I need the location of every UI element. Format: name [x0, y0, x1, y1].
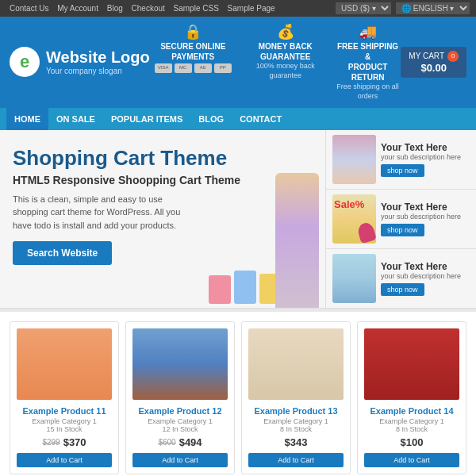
product-card-4: Example Product 14 Example Category 1 8 …: [357, 321, 466, 474]
feature1-title: SECURE ONLINE PAYMENTS: [150, 41, 236, 62]
language-select[interactable]: 🌐 ENGLISH ▾: [396, 2, 470, 14]
amex-icon: AE: [194, 63, 212, 73]
product-4-name: Example Product 14: [364, 406, 459, 416]
currency-select[interactable]: USD ($) ▾: [336, 2, 391, 14]
product-4-category: Example Category 1: [364, 417, 459, 425]
hero-subtitle: HTML5 Responsive Shoopping Cart Theme: [13, 174, 313, 186]
product-3-new-price: $343: [285, 436, 308, 448]
logo-slogan: Your company slogan: [46, 67, 150, 75]
banner-2-content: Your Text Here your sub description here…: [381, 202, 470, 236]
topbar-link-checkout[interactable]: Checkout: [132, 4, 165, 13]
product-4-new-price: $100: [401, 436, 424, 448]
feature3-title: FREE SHIPPING &: [335, 41, 401, 62]
money-back-icon: 💰: [249, 23, 322, 41]
product-2-image: [132, 328, 228, 400]
nav-onsale[interactable]: ON SALE: [48, 108, 103, 130]
product-1-new-price: $370: [63, 436, 86, 448]
feature2-detail: 100% money back guarantee: [249, 62, 322, 80]
product-4-stock: 8 In Stock: [364, 425, 459, 433]
product-4-image: [364, 328, 459, 400]
topbar-link-contact[interactable]: Contact Us: [10, 4, 48, 13]
feature2-sub: GUARANTEE: [249, 52, 322, 62]
banner-1-title: Your Text Here: [381, 142, 470, 153]
hero-description: This is a clean, simple and easy to use …: [13, 193, 187, 232]
nav-popular[interactable]: POPULAR ITEMS: [103, 108, 190, 130]
banner-2-shop-button[interactable]: shop now: [381, 224, 424, 236]
product-2-category: Example Category 1: [132, 417, 228, 425]
logo-area: e Website Logo Your company slogan: [10, 47, 150, 77]
top-bar: Contact Us My Account Blog Checkout Samp…: [0, 0, 476, 17]
feature-free-shipping: 🚚 FREE SHIPPING & PRODUCT RETURN Free sh…: [335, 23, 401, 102]
product-2-new-price: $494: [179, 436, 202, 448]
product-2-name: Example Product 12: [132, 406, 228, 416]
product-card-3: Example Product 13 Example Category 1 8 …: [241, 321, 351, 474]
product-1-name: Example Product 11: [17, 406, 112, 416]
banner-3-shop-button[interactable]: shop now: [381, 283, 424, 296]
product-2-stock: 12 In Stock: [132, 425, 228, 433]
product-1-old-price: $299: [42, 438, 60, 447]
product-1-category: Example Category 1: [17, 417, 112, 425]
banner-2-title: Your Text Here: [381, 202, 470, 213]
lock-icon: 🔒: [150, 23, 236, 41]
topbar-link-account[interactable]: My Account: [57, 4, 98, 13]
banner-2-subtitle: your sub description here: [381, 213, 470, 221]
hero-title: Shopping Cart Theme: [13, 146, 313, 171]
hero-section: Shopping Cart Theme HTML5 Responsive Sho…: [0, 130, 476, 309]
product-1-price-row: $299 $370: [17, 436, 112, 448]
bag-pink: [209, 275, 231, 304]
feature-secure-payment: 🔒 SECURE ONLINE PAYMENTS VISA MC AE PP: [150, 23, 236, 102]
banner-1-shop-button[interactable]: shop now: [381, 164, 424, 177]
banner-3-content: Your Text Here your sub description here…: [381, 261, 470, 296]
product-4-price-row: $100: [364, 436, 459, 448]
banner-3-image: [332, 254, 376, 303]
product-1-add-to-cart[interactable]: Add to Cart: [17, 453, 112, 467]
banner-1: Your Text Here your sub description here…: [326, 130, 476, 190]
shopping-bags-decoration: [209, 271, 282, 304]
hero-left: Shopping Cart Theme HTML5 Responsive Sho…: [0, 130, 325, 308]
product-1-stock: 15 In Stock: [17, 425, 112, 433]
products-grid: Example Product 11 Example Category 1 15…: [10, 321, 466, 474]
main-nav: HOME ON SALE POPULAR ITEMS BLOG CONTACT: [0, 108, 476, 130]
cart-label: MY CART: [409, 52, 444, 60]
products-section: Example Product 11 Example Category 1 15…: [0, 312, 476, 476]
banner-1-content: Your Text Here your sub description here…: [381, 142, 470, 177]
product-3-add-to-cart[interactable]: Add to Cart: [248, 453, 344, 467]
cart-amount: $0.00: [409, 62, 459, 74]
truck-icon: 🚚: [335, 23, 401, 41]
feature3-detail: Free shipping on all orders: [335, 83, 401, 101]
product-2-price-row: $600 $494: [132, 436, 228, 448]
search-website-button[interactable]: Search Website: [13, 241, 112, 265]
product-3-price-row: $343: [248, 436, 344, 448]
payment-icons: VISA MC AE PP: [150, 63, 236, 73]
cart-area[interactable]: MY CART 0 $0.00: [401, 47, 466, 78]
product-2-add-to-cart[interactable]: Add to Cart: [132, 453, 228, 467]
banner-2-image: Sale%: [332, 194, 376, 244]
topbar-link-samplecss[interactable]: Sample CSS: [174, 4, 219, 13]
product-4-add-to-cart[interactable]: Add to Cart: [364, 453, 459, 467]
topbar-link-blog[interactable]: Blog: [107, 4, 123, 13]
logo-text: Website Logo Your company slogan: [46, 48, 150, 75]
topbar-link-samplepage[interactable]: Sample Page: [228, 4, 275, 13]
nav-blog[interactable]: BLOG: [190, 108, 232, 130]
banner-1-subtitle: your sub description here: [381, 153, 470, 161]
product-card-2: Example Product 12 Example Category 1 12…: [125, 321, 235, 474]
header-features: 🔒 SECURE ONLINE PAYMENTS VISA MC AE PP 💰…: [150, 23, 401, 102]
visa-icon: VISA: [155, 63, 172, 73]
sale-tag-decoration: [356, 221, 376, 244]
product-card-1: Example Product 11 Example Category 1 15…: [10, 321, 119, 474]
top-bar-right: USD ($) ▾ 🌐 ENGLISH ▾: [336, 2, 470, 14]
feature2-title: MONEY BACK: [249, 41, 322, 52]
feature-money-back: 💰 MONEY BACK GUARANTEE 100% money back g…: [249, 23, 322, 102]
product-1-image: [17, 328, 112, 400]
banner-1-image: [332, 135, 376, 184]
site-header: e Website Logo Your company slogan 🔒 SEC…: [0, 17, 476, 108]
banner-3-subtitle: your sub description here: [381, 272, 470, 280]
hero-model: [275, 173, 319, 308]
logo-icon: e: [10, 47, 40, 77]
nav-home[interactable]: HOME: [6, 108, 48, 130]
mc-icon: MC: [175, 63, 192, 73]
product-3-stock: 8 In Stock: [248, 425, 344, 433]
nav-contact[interactable]: CONTACT: [232, 108, 290, 130]
product-3-image: [248, 328, 344, 400]
logo-title: Website Logo: [46, 48, 150, 67]
